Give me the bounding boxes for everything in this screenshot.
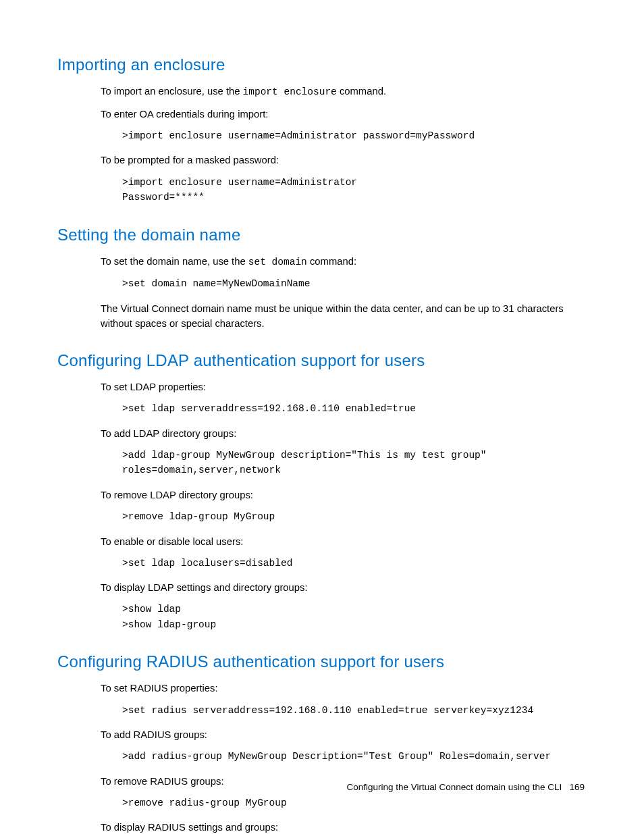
paragraph: To set LDAP properties: (101, 380, 585, 394)
code-block: >set radius serveraddress=192.168.0.110 … (122, 703, 585, 718)
page-number: 169 (569, 782, 585, 792)
code-block: >import enclosure username=Administrator… (122, 175, 585, 205)
section: Configuring RADIUS authentication suppor… (57, 652, 585, 834)
code-block: >add radius-group MyNewGroup Description… (122, 749, 585, 764)
code-block: >remove ldap-group MyGroup (122, 509, 585, 524)
paragraph: To remove LDAP directory groups: (101, 488, 585, 502)
code-block: >add ldap-group MyNewGroup description="… (122, 448, 585, 478)
page-footer: Configuring the Virtual Connect domain u… (347, 782, 585, 792)
section-body: To import an enclosure, use the import e… (57, 84, 585, 205)
section-heading: Configuring RADIUS authentication suppor… (57, 652, 585, 671)
section-body: To set LDAP properties:>set ldap servera… (57, 380, 585, 632)
paragraph: To enter OA credentials during import: (101, 107, 585, 122)
section-heading: Importing an enclosure (57, 55, 585, 74)
paragraph: To enable or disable local users: (101, 534, 585, 549)
section: Setting the domain nameTo set the domain… (57, 226, 585, 332)
section-heading: Configuring LDAP authentication support … (57, 351, 585, 370)
paragraph: To display LDAP settings and directory g… (101, 580, 585, 595)
text-run: To import an enclosure, use the (101, 86, 243, 97)
inline-code: set domain (248, 257, 307, 267)
code-block: >set domain name=MyNewDomainName (122, 276, 585, 291)
paragraph: The Virtual Connect domain name must be … (101, 301, 585, 331)
paragraph: To display RADIUS settings and groups: (101, 820, 585, 834)
section: Configuring LDAP authentication support … (57, 351, 585, 632)
code-block: >set ldap localusers=disabled (122, 556, 585, 571)
text-run: command: (307, 256, 356, 267)
text-run: To set the domain name, use the (101, 256, 248, 267)
text-run: command. (337, 86, 386, 97)
section-body: To set the domain name, use the set doma… (57, 254, 585, 332)
code-block: >import enclosure username=Administrator… (122, 128, 585, 143)
paragraph: To set RADIUS properties: (101, 681, 585, 696)
paragraph: To set the domain name, use the set doma… (101, 254, 585, 270)
section: Importing an enclosureTo import an enclo… (57, 55, 585, 205)
paragraph: To be prompted for a masked password: (101, 153, 585, 167)
paragraph: To add RADIUS groups: (101, 727, 585, 742)
paragraph: To import an enclosure, use the import e… (101, 84, 585, 100)
inline-code: import enclosure (243, 86, 337, 97)
code-block: >remove radius-group MyGroup (122, 796, 585, 810)
code-block: >show ldap >show ldap-group (122, 602, 585, 632)
paragraph: To add LDAP directory groups: (101, 426, 585, 441)
footer-text: Configuring the Virtual Connect domain u… (347, 782, 562, 792)
section-heading: Setting the domain name (57, 226, 585, 244)
code-block: >set ldap serveraddress=192.168.0.110 en… (122, 401, 585, 416)
page-content: Importing an enclosureTo import an enclo… (0, 0, 644, 834)
section-body: To set RADIUS properties:>set radius ser… (57, 681, 585, 834)
